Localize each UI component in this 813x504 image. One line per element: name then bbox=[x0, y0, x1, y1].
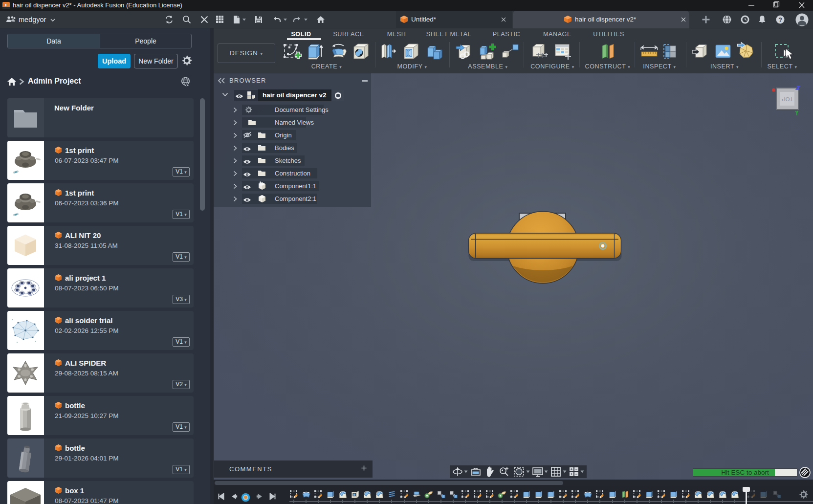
svg-text:TOP: TOP bbox=[781, 96, 793, 102]
svg-text:F: F bbox=[5, 3, 7, 7]
svg-text:?: ? bbox=[778, 17, 782, 23]
